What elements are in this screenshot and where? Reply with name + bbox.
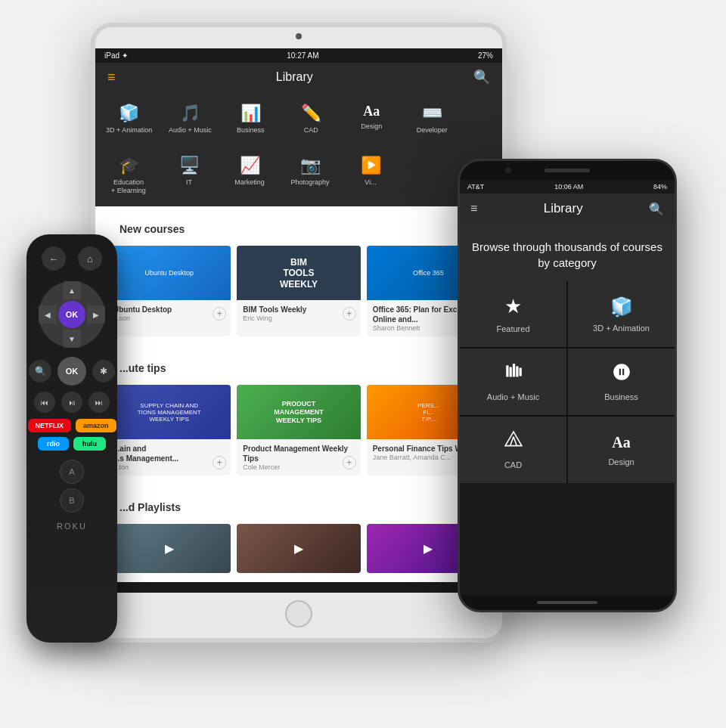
- tablet-cat-developer[interactable]: ⌨️ Developer: [402, 98, 462, 141]
- remote-netflix-button[interactable]: NETFLIX: [28, 419, 72, 432]
- phone-design-label: Design: [608, 457, 634, 466]
- remote-ok-button[interactable]: OK: [58, 301, 85, 328]
- tip-info-product: Product Management Weekly Tips Cole Merc…: [237, 439, 360, 476]
- tablet-status-bar: iPad ✦ 10:27 AM 27%: [95, 48, 502, 63]
- phone-home-bar: [537, 601, 597, 604]
- course-author-ubuntu: ...son: [113, 314, 225, 322]
- tablet-courses-row: Ubuntu Desktop Ubuntu Desktop ...son + B…: [95, 246, 502, 345]
- tablet-cat-photography[interactable]: 📷 Photography: [280, 150, 340, 201]
- tablet-categories-row2: 🎓 Education+ Elearning 🖥️ IT 📈 Marketing…: [95, 147, 502, 207]
- phone-search-icon[interactable]: 🔍: [649, 202, 664, 216]
- phone-cat-3d[interactable]: 🧊 3D + Animation: [568, 281, 675, 347]
- remote-hulu-button[interactable]: hulu: [73, 437, 106, 451]
- remote-star-button[interactable]: ✱: [92, 360, 115, 383]
- phone-browse-section: Browse through thousands of courses by c…: [460, 224, 675, 281]
- remote-ok-button-2[interactable]: OK: [57, 357, 86, 386]
- tablet-search-icon[interactable]: 🔍: [473, 69, 490, 85]
- remote-rewind-button[interactable]: ⏮: [34, 392, 55, 413]
- remote-fast-forward-button[interactable]: ⏭: [88, 392, 110, 413]
- phone-library-title: Library: [544, 201, 583, 216]
- tablet-content-area: New courses Ubuntu Desktop Ubuntu Deskto…: [95, 206, 502, 582]
- tablet-home-button[interactable]: [285, 600, 312, 627]
- tablet-cat-education[interactable]: 🎓 Education+ Elearning: [98, 150, 159, 201]
- tablet-device: iPad ✦ 10:27 AM 27% ≡ Library 🔍 🧊 3D + A…: [91, 23, 507, 643]
- tablet-audio-icon: 🎵: [180, 104, 200, 123]
- table-row[interactable]: Ubuntu Desktop Ubuntu Desktop ...son +: [107, 246, 231, 336]
- remote-dpad-down[interactable]: ▼: [63, 330, 81, 348]
- phone-audio-label: Audio + Music: [487, 392, 539, 401]
- tablet-cat-design[interactable]: Aa Design: [341, 98, 402, 141]
- phone-audio-icon: [504, 362, 523, 386]
- remote-middle-buttons: 🔍 OK ✱: [29, 357, 115, 386]
- course-title-ubuntu: Ubuntu Desktop: [113, 305, 225, 314]
- remote-search-button[interactable]: 🔍: [29, 360, 51, 383]
- tablet-tips-title: ...ute tips: [107, 353, 178, 380]
- tablet-camera: [296, 33, 302, 39]
- phone-speaker: [544, 169, 590, 172]
- table-row[interactable]: PRODUCTMANAGEMENTWEEKLY TIPS Product Man…: [237, 385, 360, 476]
- tablet-cat-cad[interactable]: ✏️ CAD: [281, 98, 341, 141]
- table-row[interactable]: SUPPLY CHAIN ANDTIONS MANAGEMENTWEEKLY T…: [107, 385, 231, 476]
- tablet-cat-audio[interactable]: 🎵 Audio + Music: [160, 98, 220, 141]
- course-info-ubuntu: Ubuntu Desktop ...son +: [107, 300, 231, 327]
- course-info-bim: BIM Tools Weekly Eric Wing +: [237, 300, 360, 327]
- tablet-screen: iPad ✦ 10:27 AM 27% ≡ Library 🔍 🧊 3D + A…: [95, 48, 502, 593]
- add-course-btn-bim[interactable]: +: [343, 307, 356, 321]
- tip-author-product: Cole Mercer: [243, 463, 354, 471]
- remote-amazon-button[interactable]: amazon: [76, 419, 116, 432]
- tablet-cat-marketing[interactable]: 📈 Marketing: [219, 150, 280, 201]
- tablet-cat-video[interactable]: ▶️ Vi...: [340, 150, 401, 201]
- remote-roku-logo: ROKU: [57, 522, 87, 531]
- remote-rdio-button[interactable]: rdio: [38, 437, 69, 451]
- tablet-cad-icon: ✏️: [301, 104, 321, 123]
- tablet-cat-business[interactable]: 📊 Business: [220, 98, 281, 141]
- phone-cat-featured[interactable]: ★ Featured: [460, 281, 566, 347]
- phone-cat-audio[interactable]: Audio + Music: [460, 349, 566, 415]
- tip-info-supply: ...ain and...s Management... ...ton +: [107, 439, 231, 476]
- hamburger-icon[interactable]: ≡: [107, 70, 116, 85]
- table-row[interactable]: ▶: [107, 524, 231, 573]
- remote-dpad-up[interactable]: ▲: [63, 281, 81, 299]
- phone-nav-bar: ≡ Library 🔍: [460, 194, 675, 224]
- phone-time: 10:06 AM: [554, 183, 583, 191]
- table-row[interactable]: ▶: [237, 524, 360, 573]
- tablet-battery: 27%: [478, 51, 493, 60]
- remote-streaming-row-2: rdio hulu: [34, 437, 110, 451]
- smartphone-device: AT&T 10:06 AM 84% ≡ Library 🔍 Browse thr…: [458, 159, 677, 612]
- svg-line-5: [510, 437, 513, 446]
- remote-b-button[interactable]: B: [60, 488, 84, 513]
- tablet-marketing-icon: 📈: [240, 156, 260, 175]
- phone-browse-title: Browse through thousands of courses by c…: [470, 239, 664, 271]
- svg-rect-3: [516, 366, 518, 376]
- tablet-new-courses-header: New courses: [95, 206, 502, 246]
- phone-3d-icon: 🧊: [610, 296, 633, 318]
- phone-hamburger-icon[interactable]: ≡: [470, 202, 477, 215]
- svg-rect-1: [509, 367, 511, 377]
- remote-dpad-left[interactable]: ◀: [39, 305, 57, 324]
- tablet-developer-label: Developer: [417, 126, 448, 135]
- tablet-cad-label: CAD: [304, 126, 318, 135]
- remote-home-button[interactable]: ⌂: [78, 246, 102, 271]
- remote-dpad-right[interactable]: ▶: [87, 305, 105, 324]
- tablet-tips-header: ...ute tips: [95, 345, 502, 385]
- tablet-playlists-title: ...d Playlists: [107, 492, 193, 519]
- tablet-education-icon: 🎓: [119, 156, 139, 175]
- phone-cat-cad[interactable]: CAD: [460, 417, 566, 483]
- table-row[interactable]: BIMTOOLSWEEKLY BIM Tools Weekly Eric Win…: [237, 246, 360, 336]
- svg-rect-2: [512, 364, 514, 376]
- phone-categories-grid: ★ Featured 🧊 3D + Animation Audio + Musi…: [460, 281, 675, 483]
- phone-cat-business[interactable]: Business: [568, 349, 675, 415]
- tablet-cat-3d-animation[interactable]: 🧊 3D + Animation: [98, 98, 160, 141]
- add-tip-btn-product[interactable]: +: [343, 456, 356, 469]
- phone-cat-design[interactable]: Aa Design: [568, 417, 675, 483]
- remote-back-button[interactable]: ←: [42, 246, 66, 271]
- remote-a-button[interactable]: A: [60, 460, 84, 484]
- phone-3d-label: 3D + Animation: [593, 324, 650, 333]
- tablet-developer-icon: ⌨️: [422, 104, 442, 123]
- course-title-bim: BIM Tools Weekly: [243, 305, 354, 314]
- tablet-cat-it[interactable]: 🖥️ IT: [159, 150, 219, 201]
- phone-carrier: AT&T: [467, 183, 484, 191]
- phone-design-icon: Aa: [612, 434, 630, 451]
- remote-play-pause-button[interactable]: ⏯: [61, 392, 82, 413]
- roku-remote: ← ⌂ ▲ ▼ ◀ ▶ OK 🔍 OK ✱ ⏮ ⏯ ⏭ NETFLIX amaz…: [26, 234, 117, 643]
